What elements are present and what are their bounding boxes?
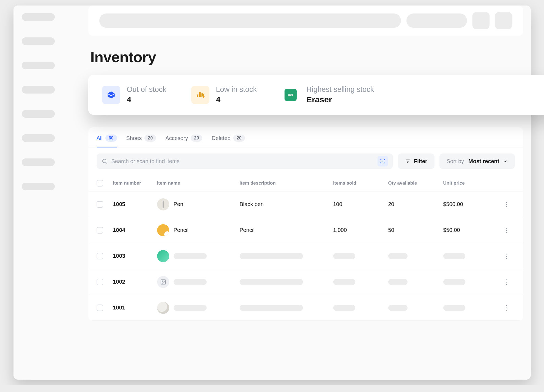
stat-value: 4 (127, 95, 166, 104)
box-icon (102, 86, 120, 104)
cell-item-name (157, 250, 240, 262)
cell-item-number: 1002 (113, 279, 157, 285)
sort-value: Most recent (468, 158, 499, 165)
inventory-table-card: All60Shoes20Accesory20Deleted20 Filter S… (88, 127, 523, 321)
image-icon (160, 279, 166, 285)
tab-count: 60 (105, 135, 117, 142)
cell-qty-available: 50 (388, 227, 443, 233)
cell-qty-available: 20 (388, 201, 443, 207)
sidebar-item-placeholder[interactable] (22, 134, 55, 142)
row-checkbox[interactable] (97, 305, 103, 311)
cell-item-description (240, 305, 333, 311)
cell-items-sold (333, 279, 388, 285)
item-thumbnail (157, 224, 169, 236)
col-qty-available: Qty available (388, 180, 443, 186)
stat-label: Low in stock (216, 85, 257, 94)
sidebar-item-placeholder[interactable] (22, 183, 55, 190)
stat-low-in-stock: Low in stock 4 (191, 85, 257, 104)
barcode-icon (380, 158, 386, 164)
svg-point-0 (102, 159, 106, 163)
svg-line-1 (106, 162, 107, 163)
item-name-text: Pen (174, 201, 184, 207)
placeholder-bar (240, 253, 303, 259)
tab-shoes[interactable]: Shoes20 (126, 135, 156, 147)
cell-items-sold (333, 305, 388, 311)
filter-label: Filter (414, 158, 427, 165)
cell-qty-available (388, 279, 443, 285)
topbar-action-placeholder[interactable] (406, 13, 467, 28)
sidebar-item-placeholder[interactable] (22, 62, 55, 69)
search-box[interactable] (97, 153, 393, 169)
table-toolbar: Filter Sort by Most recent (88, 147, 523, 175)
tab-accesory[interactable]: Accesory20 (165, 135, 202, 147)
stat-out-of-stock: Out of stock 4 (102, 85, 166, 104)
item-thumbnail (157, 302, 169, 314)
cell-unit-price: $500.00 (443, 201, 498, 207)
row-checkbox[interactable] (97, 279, 103, 285)
row-checkbox[interactable] (97, 227, 103, 234)
stat-highest-selling: HOT Highest selling stock Eraser (281, 85, 374, 104)
page-title: Inventory (91, 48, 523, 65)
row-more-button[interactable]: ⋮ (498, 252, 515, 260)
placeholder-bar (174, 305, 207, 311)
sort-label: Sort by (447, 158, 464, 165)
filter-icon (405, 158, 411, 164)
search-input[interactable] (111, 158, 374, 165)
placeholder-bar (388, 279, 408, 285)
table-row[interactable]: 1002⋮ (88, 269, 523, 295)
cell-item-number: 1004 (113, 227, 157, 233)
cell-item-name: Pen (157, 198, 240, 210)
scan-barcode-button[interactable] (378, 156, 388, 166)
tab-count: 20 (191, 135, 202, 142)
tab-deleted[interactable]: Deleted20 (212, 135, 245, 147)
sidebar-item-placeholder[interactable] (22, 37, 55, 45)
placeholder-bar (388, 305, 408, 311)
sidebar-item-placeholder[interactable] (22, 110, 55, 118)
chart-down-icon (191, 86, 209, 104)
sort-button[interactable]: Sort by Most recent (439, 153, 515, 169)
cell-item-description (240, 279, 333, 285)
tab-all[interactable]: All60 (97, 135, 117, 147)
main-content: Inventory Out of stock 4 Low in stock 4 (81, 6, 531, 380)
table-row[interactable]: 1004PencilPencil1,00050$50.00⋮ (88, 217, 523, 243)
tab-count: 20 (233, 135, 245, 142)
tab-label: All (97, 135, 103, 141)
cell-unit-price (443, 279, 498, 285)
cell-item-description: Black pen (240, 201, 333, 207)
sidebar-item-placeholder[interactable] (22, 158, 55, 166)
col-item-description: Item description (240, 180, 333, 186)
col-items-sold: Items sold (333, 180, 388, 186)
table-row[interactable]: 1005PenBlack pen10020$500.00⋮ (88, 191, 523, 217)
cell-unit-price (443, 253, 498, 259)
stat-label: Highest selling stock (306, 85, 374, 94)
cell-item-name (157, 276, 240, 288)
table-row[interactable]: 1003⋮ (88, 243, 523, 269)
table-body: 1005PenBlack pen10020$500.00⋮1004PencilP… (88, 191, 523, 321)
placeholder-bar (443, 253, 465, 259)
table-row[interactable]: 1001⋮ (88, 295, 523, 321)
search-icon (102, 158, 108, 164)
cell-item-number: 1003 (113, 253, 157, 259)
row-checkbox[interactable] (97, 201, 103, 208)
cell-item-name (157, 302, 240, 314)
filter-button[interactable]: Filter (398, 153, 434, 169)
cell-unit-price (443, 305, 498, 311)
row-more-button[interactable]: ⋮ (498, 304, 515, 312)
stat-label: Out of stock (127, 85, 166, 94)
col-item-name: Item name (157, 180, 240, 186)
sidebar-item-placeholder[interactable] (22, 13, 55, 21)
select-all-checkbox[interactable] (97, 180, 103, 187)
cell-item-number: 1005 (113, 201, 157, 207)
category-tabs: All60Shoes20Accesory20Deleted20 (88, 127, 523, 147)
row-more-button[interactable]: ⋮ (498, 226, 515, 234)
stats-card: Out of stock 4 Low in stock 4 HOT Highe (88, 75, 544, 115)
row-checkbox[interactable] (97, 253, 103, 259)
topbar-icon-placeholder[interactable] (495, 12, 512, 29)
placeholder-bar (240, 279, 303, 285)
row-more-button[interactable]: ⋮ (498, 201, 515, 208)
row-more-button[interactable]: ⋮ (498, 278, 515, 286)
sidebar-item-placeholder[interactable] (22, 86, 55, 94)
topbar-icon-placeholder[interactable] (472, 12, 490, 29)
topbar-search-placeholder[interactable] (99, 13, 401, 28)
placeholder-bar (333, 279, 355, 285)
